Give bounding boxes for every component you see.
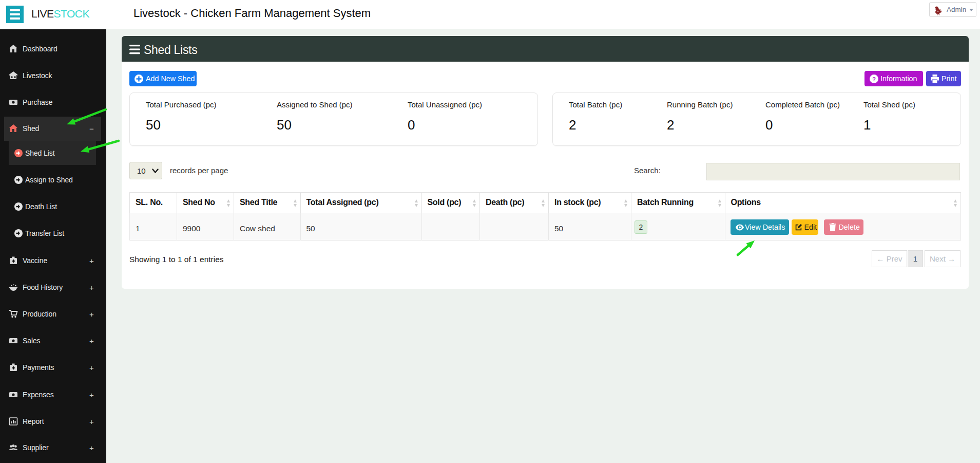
svg-text:?: ? (872, 76, 876, 82)
